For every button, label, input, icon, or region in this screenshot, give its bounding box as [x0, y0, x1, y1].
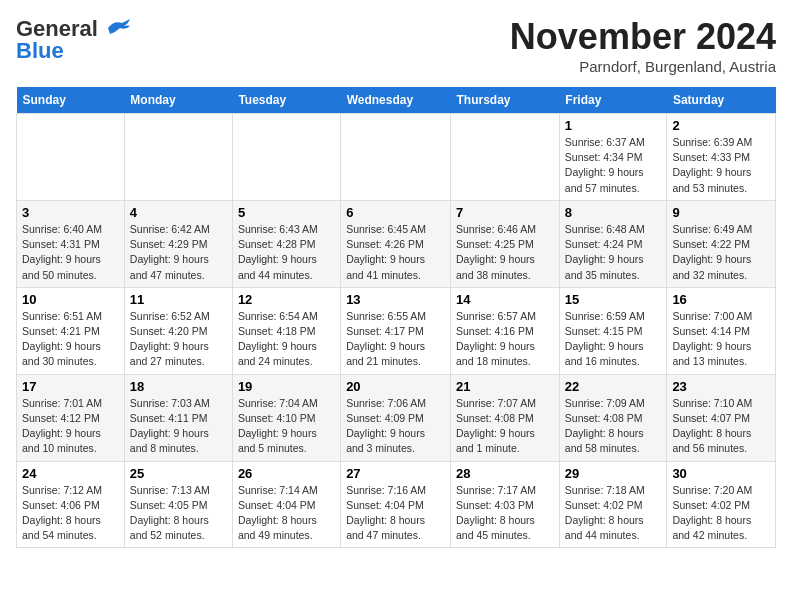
day-info: Sunrise: 6:45 AM Sunset: 4:26 PM Dayligh… [346, 222, 445, 283]
weekday-header-tuesday: Tuesday [232, 87, 340, 114]
month-title: November 2024 [510, 16, 776, 58]
calendar-day-empty [17, 114, 125, 201]
day-number: 20 [346, 379, 445, 394]
day-number: 22 [565, 379, 662, 394]
day-info: Sunrise: 6:39 AM Sunset: 4:33 PM Dayligh… [672, 135, 770, 196]
calendar-day-18: 18Sunrise: 7:03 AM Sunset: 4:11 PM Dayli… [124, 374, 232, 461]
day-number: 15 [565, 292, 662, 307]
day-info: Sunrise: 7:17 AM Sunset: 4:03 PM Dayligh… [456, 483, 554, 544]
day-number: 21 [456, 379, 554, 394]
calendar-week-row: 3Sunrise: 6:40 AM Sunset: 4:31 PM Daylig… [17, 200, 776, 287]
day-number: 26 [238, 466, 335, 481]
day-info: Sunrise: 6:59 AM Sunset: 4:15 PM Dayligh… [565, 309, 662, 370]
calendar-day-14: 14Sunrise: 6:57 AM Sunset: 4:16 PM Dayli… [451, 287, 560, 374]
calendar-day-10: 10Sunrise: 6:51 AM Sunset: 4:21 PM Dayli… [17, 287, 125, 374]
day-info: Sunrise: 7:00 AM Sunset: 4:14 PM Dayligh… [672, 309, 770, 370]
calendar-day-20: 20Sunrise: 7:06 AM Sunset: 4:09 PM Dayli… [341, 374, 451, 461]
calendar-day-28: 28Sunrise: 7:17 AM Sunset: 4:03 PM Dayli… [451, 461, 560, 548]
day-info: Sunrise: 6:48 AM Sunset: 4:24 PM Dayligh… [565, 222, 662, 283]
day-info: Sunrise: 7:14 AM Sunset: 4:04 PM Dayligh… [238, 483, 335, 544]
day-number: 11 [130, 292, 227, 307]
day-number: 18 [130, 379, 227, 394]
calendar-day-16: 16Sunrise: 7:00 AM Sunset: 4:14 PM Dayli… [667, 287, 776, 374]
calendar-day-5: 5Sunrise: 6:43 AM Sunset: 4:28 PM Daylig… [232, 200, 340, 287]
calendar-day-6: 6Sunrise: 6:45 AM Sunset: 4:26 PM Daylig… [341, 200, 451, 287]
calendar-week-row: 10Sunrise: 6:51 AM Sunset: 4:21 PM Dayli… [17, 287, 776, 374]
calendar-day-2: 2Sunrise: 6:39 AM Sunset: 4:33 PM Daylig… [667, 114, 776, 201]
calendar-day-17: 17Sunrise: 7:01 AM Sunset: 4:12 PM Dayli… [17, 374, 125, 461]
day-info: Sunrise: 7:03 AM Sunset: 4:11 PM Dayligh… [130, 396, 227, 457]
weekday-header-saturday: Saturday [667, 87, 776, 114]
day-number: 12 [238, 292, 335, 307]
day-number: 28 [456, 466, 554, 481]
calendar-day-13: 13Sunrise: 6:55 AM Sunset: 4:17 PM Dayli… [341, 287, 451, 374]
weekday-header-wednesday: Wednesday [341, 87, 451, 114]
calendar-day-3: 3Sunrise: 6:40 AM Sunset: 4:31 PM Daylig… [17, 200, 125, 287]
calendar-day-24: 24Sunrise: 7:12 AM Sunset: 4:06 PM Dayli… [17, 461, 125, 548]
day-number: 13 [346, 292, 445, 307]
calendar-day-11: 11Sunrise: 6:52 AM Sunset: 4:20 PM Dayli… [124, 287, 232, 374]
day-number: 23 [672, 379, 770, 394]
day-info: Sunrise: 6:42 AM Sunset: 4:29 PM Dayligh… [130, 222, 227, 283]
calendar-day-15: 15Sunrise: 6:59 AM Sunset: 4:15 PM Dayli… [559, 287, 667, 374]
calendar-day-12: 12Sunrise: 6:54 AM Sunset: 4:18 PM Dayli… [232, 287, 340, 374]
day-number: 19 [238, 379, 335, 394]
calendar-day-empty [451, 114, 560, 201]
weekday-header-row: SundayMondayTuesdayWednesdayThursdayFrid… [17, 87, 776, 114]
day-number: 9 [672, 205, 770, 220]
day-info: Sunrise: 7:04 AM Sunset: 4:10 PM Dayligh… [238, 396, 335, 457]
calendar-day-9: 9Sunrise: 6:49 AM Sunset: 4:22 PM Daylig… [667, 200, 776, 287]
calendar-table: SundayMondayTuesdayWednesdayThursdayFrid… [16, 87, 776, 548]
calendar-day-empty [124, 114, 232, 201]
location-subtitle: Parndorf, Burgenland, Austria [510, 58, 776, 75]
day-number: 2 [672, 118, 770, 133]
title-area: November 2024 Parndorf, Burgenland, Aust… [510, 16, 776, 75]
day-number: 8 [565, 205, 662, 220]
calendar-day-empty [341, 114, 451, 201]
calendar-day-29: 29Sunrise: 7:18 AM Sunset: 4:02 PM Dayli… [559, 461, 667, 548]
day-number: 5 [238, 205, 335, 220]
calendar-day-1: 1Sunrise: 6:37 AM Sunset: 4:34 PM Daylig… [559, 114, 667, 201]
day-info: Sunrise: 7:07 AM Sunset: 4:08 PM Dayligh… [456, 396, 554, 457]
day-info: Sunrise: 6:40 AM Sunset: 4:31 PM Dayligh… [22, 222, 119, 283]
day-info: Sunrise: 7:20 AM Sunset: 4:02 PM Dayligh… [672, 483, 770, 544]
day-info: Sunrise: 7:01 AM Sunset: 4:12 PM Dayligh… [22, 396, 119, 457]
day-info: Sunrise: 6:51 AM Sunset: 4:21 PM Dayligh… [22, 309, 119, 370]
day-number: 25 [130, 466, 227, 481]
calendar-day-4: 4Sunrise: 6:42 AM Sunset: 4:29 PM Daylig… [124, 200, 232, 287]
day-info: Sunrise: 6:43 AM Sunset: 4:28 PM Dayligh… [238, 222, 335, 283]
calendar-day-26: 26Sunrise: 7:14 AM Sunset: 4:04 PM Dayli… [232, 461, 340, 548]
day-info: Sunrise: 6:52 AM Sunset: 4:20 PM Dayligh… [130, 309, 227, 370]
day-info: Sunrise: 7:13 AM Sunset: 4:05 PM Dayligh… [130, 483, 227, 544]
calendar-week-row: 24Sunrise: 7:12 AM Sunset: 4:06 PM Dayli… [17, 461, 776, 548]
day-number: 4 [130, 205, 227, 220]
day-info: Sunrise: 6:54 AM Sunset: 4:18 PM Dayligh… [238, 309, 335, 370]
day-number: 24 [22, 466, 119, 481]
calendar-day-27: 27Sunrise: 7:16 AM Sunset: 4:04 PM Dayli… [341, 461, 451, 548]
day-number: 7 [456, 205, 554, 220]
day-info: Sunrise: 7:06 AM Sunset: 4:09 PM Dayligh… [346, 396, 445, 457]
logo-bird-icon [100, 18, 132, 40]
calendar-day-22: 22Sunrise: 7:09 AM Sunset: 4:08 PM Dayli… [559, 374, 667, 461]
weekday-header-friday: Friday [559, 87, 667, 114]
calendar-day-21: 21Sunrise: 7:07 AM Sunset: 4:08 PM Dayli… [451, 374, 560, 461]
day-info: Sunrise: 7:09 AM Sunset: 4:08 PM Dayligh… [565, 396, 662, 457]
day-info: Sunrise: 6:37 AM Sunset: 4:34 PM Dayligh… [565, 135, 662, 196]
day-number: 27 [346, 466, 445, 481]
day-number: 16 [672, 292, 770, 307]
calendar-day-8: 8Sunrise: 6:48 AM Sunset: 4:24 PM Daylig… [559, 200, 667, 287]
weekday-header-monday: Monday [124, 87, 232, 114]
day-number: 3 [22, 205, 119, 220]
day-number: 14 [456, 292, 554, 307]
weekday-header-thursday: Thursday [451, 87, 560, 114]
calendar-day-empty [232, 114, 340, 201]
logo: General Blue [16, 16, 132, 64]
day-number: 29 [565, 466, 662, 481]
calendar-day-25: 25Sunrise: 7:13 AM Sunset: 4:05 PM Dayli… [124, 461, 232, 548]
day-info: Sunrise: 6:46 AM Sunset: 4:25 PM Dayligh… [456, 222, 554, 283]
day-number: 1 [565, 118, 662, 133]
day-info: Sunrise: 7:16 AM Sunset: 4:04 PM Dayligh… [346, 483, 445, 544]
day-number: 17 [22, 379, 119, 394]
weekday-header-sunday: Sunday [17, 87, 125, 114]
day-info: Sunrise: 6:55 AM Sunset: 4:17 PM Dayligh… [346, 309, 445, 370]
